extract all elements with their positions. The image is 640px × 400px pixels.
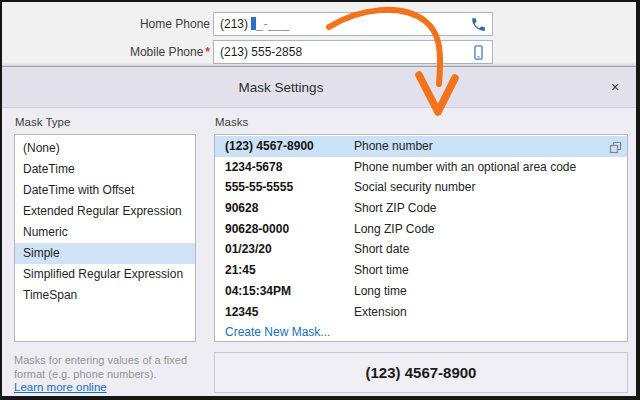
mask-value: 21:45 — [225, 260, 256, 281]
mask-type-label: Mask Type — [15, 116, 70, 128]
masks-listbox: (123) 4567-8900 Phone number 1234-5678 P… — [214, 134, 628, 342]
mobile-phone-value: (213) 555-2858 — [220, 45, 302, 59]
mask-item-long-zip[interactable]: 90628-0000 Long ZIP Code — [215, 219, 627, 240]
mask-description: Short date — [354, 239, 409, 260]
mask-item-long-time[interactable]: 04:15:34PM Long time — [215, 281, 627, 302]
mask-value: 90628-0000 — [225, 219, 289, 240]
description-line1: Masks for entering values of a fixed — [14, 354, 187, 366]
mask-settings-dialog: Mask Settings × Mask Type Masks (None) D… — [2, 66, 636, 396]
mask-item-short-date[interactable]: 01/23/20 Short date — [215, 239, 627, 260]
mask-item-short-zip[interactable]: 90628 Short ZIP Code — [215, 198, 627, 219]
mask-item-phone-number[interactable]: (123) 4567-8900 Phone number — [215, 136, 627, 157]
mask-type-description: Masks for entering values of a fixed for… — [14, 354, 219, 395]
mask-description: Long ZIP Code — [354, 219, 435, 240]
mask-value: 90628 — [225, 198, 258, 219]
description-line2: format (e.g. phone numbers). — [14, 368, 156, 380]
mask-preview-box: (123) 4567-8900 — [214, 352, 628, 393]
screen: Home Phone (213) _-___ Mobile Phone* (21… — [0, 0, 640, 400]
mask-description: Short time — [354, 260, 409, 281]
home-phone-input[interactable]: (213) _-___ — [213, 12, 493, 36]
masks-label: Masks — [215, 116, 248, 128]
mask-type-item-datetime-offset[interactable]: DateTime with Offset — [15, 180, 195, 201]
create-new-mask-link[interactable]: Create New Mask... — [225, 322, 330, 342]
mask-description: Extension — [354, 302, 407, 323]
home-phone-label: Home Phone — [62, 17, 210, 31]
mask-value: 1234-5678 — [225, 157, 282, 178]
mask-type-item-none[interactable]: (None) — [15, 138, 195, 159]
home-phone-label-text: Home Phone — [140, 17, 210, 31]
required-asterisk: * — [205, 45, 210, 59]
contact-form: Home Phone (213) _-___ Mobile Phone* (21… — [2, 2, 636, 66]
mask-value: 555-55-5555 — [225, 177, 293, 198]
mask-preview-value: (123) 4567-8900 — [366, 364, 477, 381]
dialog-title: Mask Settings — [2, 80, 560, 95]
mask-description: Short ZIP Code — [354, 198, 437, 219]
mask-type-item-numeric[interactable]: Numeric — [15, 222, 195, 243]
mask-item-ssn[interactable]: 555-55-5555 Social security number — [215, 177, 627, 198]
mask-description: Phone number with an optional area code — [354, 157, 576, 178]
mask-type-item-datetime[interactable]: DateTime — [15, 159, 195, 180]
mask-value: 04:15:34PM — [225, 281, 291, 302]
mask-item-phone-optional-area[interactable]: 1234-5678 Phone number with an optional … — [215, 157, 627, 178]
mask-description: Social security number — [354, 177, 475, 198]
mask-value: 12345 — [225, 302, 258, 323]
mask-type-item-simple[interactable]: Simple — [15, 243, 195, 264]
smartphone-icon — [470, 44, 487, 61]
mask-value: 01/23/20 — [225, 239, 272, 260]
mobile-phone-label: Mobile Phone* — [62, 45, 210, 59]
close-icon[interactable]: × — [606, 78, 624, 96]
phone-handset-icon — [470, 16, 487, 33]
mask-item-short-time[interactable]: 21:45 Short time — [215, 260, 627, 281]
mask-item-extension[interactable]: 12345 Extension — [215, 302, 627, 323]
learn-more-link[interactable]: Learn more online — [14, 381, 107, 393]
create-new-mask-row: Create New Mask... — [215, 322, 627, 342]
mask-type-item-simplified-regex[interactable]: Simplified Regular Expression — [15, 264, 195, 285]
mask-value: (123) 4567-8900 — [225, 136, 314, 157]
mask-description: Long time — [354, 281, 407, 302]
mask-type-item-extended-regex[interactable]: Extended Regular Expression — [15, 201, 195, 222]
mask-type-item-timespan[interactable]: TimeSpan — [15, 285, 195, 306]
mobile-phone-label-text: Mobile Phone — [130, 45, 203, 59]
mask-type-listbox: (None) DateTime DateTime with Offset Ext… — [14, 134, 196, 342]
home-phone-value: (213) — [220, 17, 251, 31]
dialog-titlebar: Mask Settings × — [2, 67, 636, 108]
mask-description: Phone number — [354, 136, 433, 157]
home-phone-mask-placeholder: _-___ — [256, 17, 289, 31]
mobile-phone-input[interactable]: (213) 555-2858 — [213, 40, 493, 64]
